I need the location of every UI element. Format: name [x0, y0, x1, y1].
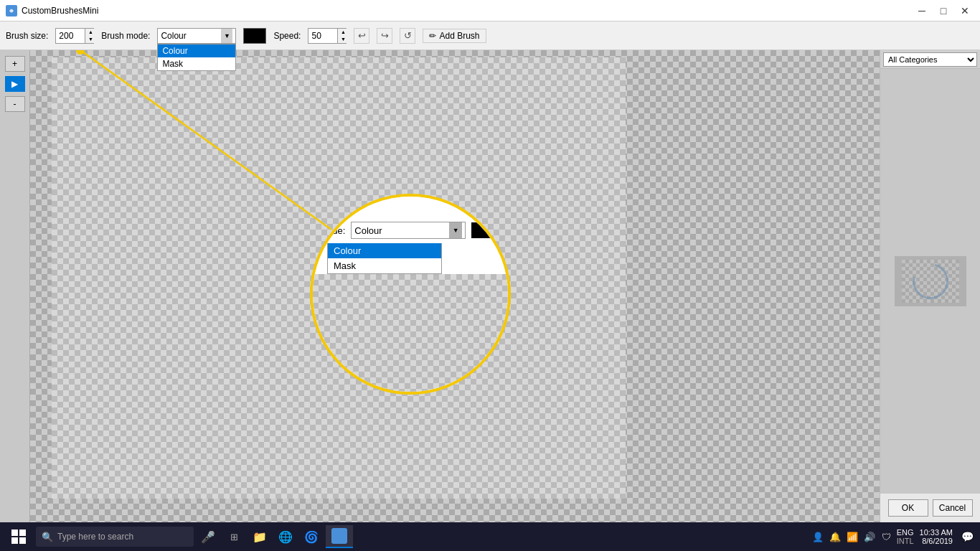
- search-icon: 🔍: [42, 532, 53, 542]
- start-sq-2: [19, 529, 26, 536]
- zoom-dropdown-arrow[interactable]: ▼: [449, 222, 462, 238]
- brush-size-label: Brush size:: [6, 31, 48, 41]
- search-placeholder: Type here to search: [57, 532, 133, 542]
- zoom-mode-row: ode: Colour ▼: [327, 222, 494, 239]
- add-brush-button[interactable]: ✏ Add Brush: [423, 29, 486, 43]
- cancel-button[interactable]: Cancel: [933, 499, 973, 517]
- left-sidebar: + ▶ -: [0, 50, 30, 522]
- brush-swirl-icon: [905, 257, 954, 306]
- brush-mode-dropdown-container: Colour ▼ Colour Mask: [157, 28, 236, 44]
- active-app-icon: [331, 528, 347, 544]
- minimize-button[interactable]: ─: [913, 3, 931, 19]
- right-panel: All Categories OK Cancel: [880, 50, 980, 522]
- taskbar-search[interactable]: 🔍 Type here to search: [36, 527, 194, 547]
- start-button[interactable]: [4, 525, 33, 548]
- close-button[interactable]: ✕: [956, 3, 974, 19]
- speed-label: Speed:: [273, 31, 301, 41]
- system-clock[interactable]: 10:33 AM 8/6/2019: [917, 528, 956, 545]
- file-explorer-button[interactable]: 📁: [248, 525, 271, 548]
- zoom-dropdown-list: Colour Mask: [327, 243, 442, 274]
- zoom-dropdown-value: Colour: [354, 225, 382, 236]
- nav-back-button[interactable]: ↺: [400, 28, 415, 44]
- zoom-dropdown[interactable]: Colour ▼: [351, 222, 466, 239]
- brush-size-input[interactable]: [56, 29, 85, 43]
- add-sidebar-btn[interactable]: +: [5, 56, 25, 72]
- speed-down[interactable]: ▼: [338, 36, 348, 43]
- intl-label: INTL: [897, 537, 914, 545]
- title-bar-left: CustomBrushesMini: [6, 5, 98, 17]
- color-swatch[interactable]: [243, 28, 266, 44]
- redo-button[interactable]: ↪: [377, 28, 392, 44]
- active-app-button[interactable]: [326, 525, 353, 548]
- add-brush-icon: ✏: [429, 31, 436, 41]
- speed-arrows: ▲ ▼: [337, 29, 348, 43]
- main-area: + ▶ - ode: Colour ▼: [0, 50, 980, 522]
- minus-sidebar-btn[interactable]: -: [5, 96, 25, 112]
- right-panel-footer: OK Cancel: [880, 494, 980, 522]
- ok-button[interactable]: OK: [888, 499, 928, 517]
- title-bar-controls: ─ □ ✕: [913, 3, 974, 19]
- canvas-area[interactable]: ode: Colour ▼ Colour Mask: [30, 50, 880, 522]
- toolbar: Brush size: ▲ ▼ Brush mode: Colour ▼ Col…: [0, 22, 980, 50]
- taskbar-right: 👤 🔔 📶 🔊 🛡 ENG INTL 10:33 AM 8/6/2019 💬: [811, 525, 976, 548]
- brush-mode-option-mask[interactable]: Mask: [158, 57, 235, 70]
- clock-time: 10:33 AM: [920, 528, 953, 537]
- zoom-color-swatch[interactable]: [471, 222, 491, 238]
- brush-size-up[interactable]: ▲: [85, 29, 95, 36]
- action-center-button[interactable]: 💬: [958, 525, 976, 548]
- zoom-circle: ode: Colour ▼ Colour Mask: [310, 194, 511, 395]
- security-icon[interactable]: 🛡: [880, 529, 894, 544]
- brush-mode-dropdown-arrow[interactable]: ▼: [221, 29, 232, 43]
- zoom-circle-inner: ode: Colour ▼ Colour Mask: [313, 197, 508, 274]
- undo-button[interactable]: ↩: [354, 28, 369, 44]
- add-brush-label: Add Brush: [439, 31, 479, 41]
- volume-icon[interactable]: 🔊: [862, 529, 877, 544]
- start-sq-3: [11, 537, 18, 544]
- zoom-option-mask[interactable]: Mask: [328, 258, 441, 273]
- brush-mode-option-colour[interactable]: Colour: [158, 44, 235, 57]
- notification-icon[interactable]: 🔔: [828, 529, 842, 544]
- lang-label: ENG: [897, 528, 914, 537]
- people-icon[interactable]: 👤: [811, 529, 825, 544]
- clock-date: 8/6/2019: [922, 537, 953, 545]
- taskbar-left: 🔍 Type here to search 🎤 ⊞ 📁 🌐 🌀: [4, 525, 353, 548]
- brush-mode-label: Brush mode:: [101, 31, 150, 41]
- brush-mode-dropdown-list: Colour Mask: [157, 44, 236, 71]
- brush-size-spinbox: ▲ ▼: [55, 28, 94, 44]
- taskbar: 🔍 Type here to search 🎤 ⊞ 📁 🌐 🌀 👤 🔔 📶 🔊 …: [0, 522, 980, 551]
- edge-button[interactable]: 🌀: [300, 525, 323, 548]
- speed-up[interactable]: ▲: [338, 29, 348, 36]
- start-sq-4: [19, 537, 26, 544]
- brush-preview-image: [902, 260, 959, 303]
- chrome-button[interactable]: 🌐: [274, 525, 297, 548]
- brush-size-arrows: ▲ ▼: [85, 29, 95, 43]
- svg-point-2: [76, 50, 85, 55]
- app-icon: [6, 5, 17, 17]
- app-title: CustomBrushesMini: [22, 6, 98, 16]
- start-icon: [11, 529, 26, 544]
- zoom-mode-label: ode:: [327, 225, 345, 236]
- task-view-button[interactable]: ⊞: [222, 525, 245, 548]
- brush-preview-box: [895, 256, 966, 306]
- brush-mode-value: Colour: [161, 31, 186, 41]
- brush-mode-dropdown[interactable]: Colour ▼: [157, 28, 236, 44]
- category-select[interactable]: All Categories: [883, 52, 977, 67]
- zoom-option-colour[interactable]: Colour: [328, 243, 441, 258]
- brush-size-down[interactable]: ▼: [85, 36, 95, 43]
- speed-spinbox: ▲ ▼: [308, 28, 347, 44]
- nav-arrow-btn[interactable]: ▶: [5, 76, 25, 92]
- speed-input[interactable]: [308, 29, 337, 43]
- lang-display: ENG INTL: [897, 528, 914, 545]
- right-panel-header: All Categories: [880, 50, 980, 69]
- brush-preview-area: [880, 69, 980, 494]
- start-sq-1: [11, 529, 18, 536]
- title-bar: CustomBrushesMini ─ □ ✕: [0, 0, 980, 22]
- microphone-button[interactable]: 🎤: [197, 525, 220, 548]
- maximize-button[interactable]: □: [934, 3, 953, 19]
- network-icon[interactable]: 📶: [845, 529, 859, 544]
